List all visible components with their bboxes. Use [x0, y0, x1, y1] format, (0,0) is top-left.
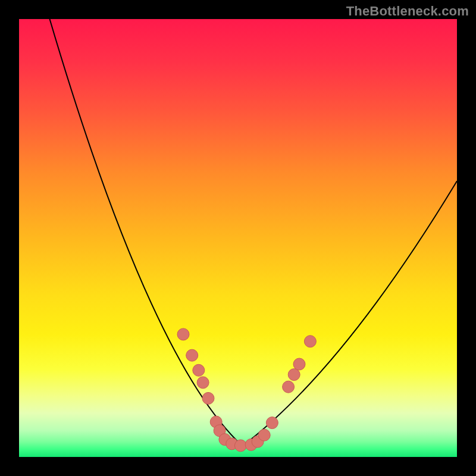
curve-marker: [293, 358, 305, 370]
curve-marker: [234, 440, 246, 452]
curve-marker: [186, 349, 198, 361]
curve-marker: [304, 336, 316, 347]
curve-marker: [258, 429, 270, 441]
curve-marker: [266, 417, 278, 429]
curve-marker: [283, 381, 295, 393]
curve-marker: [202, 392, 214, 404]
outer-frame: TheBottleneck.com: [0, 0, 476, 476]
plot-area: [19, 19, 457, 457]
curve-marker: [197, 377, 209, 389]
curve-marker: [193, 364, 205, 376]
bottleneck-curve: [50, 19, 458, 446]
curve-marker: [288, 369, 300, 381]
curve-marker: [177, 328, 189, 340]
watermark-label: TheBottleneck.com: [346, 4, 469, 19]
bottleneck-curve-svg: [19, 19, 457, 457]
